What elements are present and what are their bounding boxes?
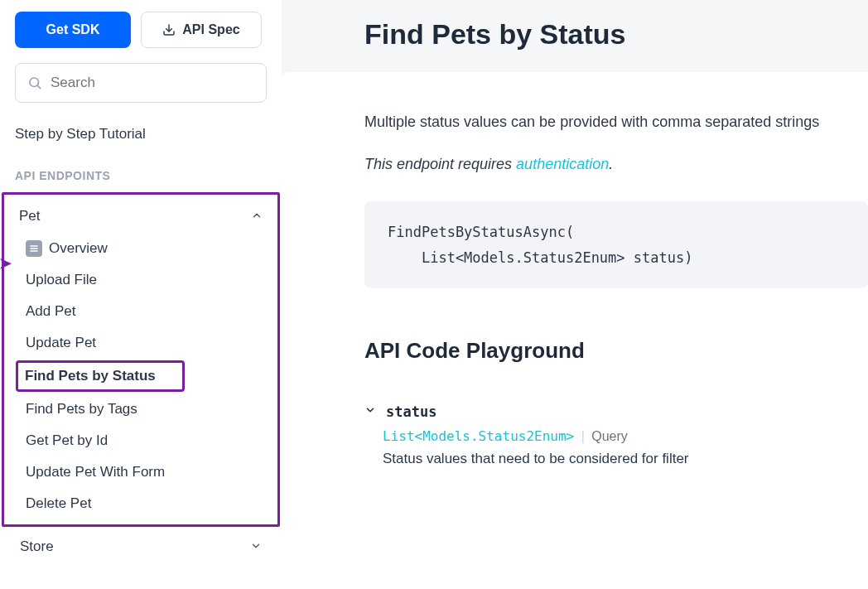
document-icon — [26, 240, 42, 257]
category-label: Store — [20, 538, 54, 555]
sidebar-item-update-pet[interactable]: Update Pet — [17, 327, 268, 359]
param-block: status List<Models.Status2Enum> | Query … — [364, 403, 868, 467]
auth-suffix: . — [609, 156, 613, 172]
category-store[interactable]: Store — [15, 530, 267, 555]
authentication-link[interactable]: authentication — [516, 156, 609, 172]
category-pet[interactable]: Pet — [14, 200, 268, 233]
sidebar-item-label: Update Pet — [26, 335, 96, 351]
get-sdk-button[interactable]: Get SDK — [15, 12, 131, 48]
separator: | — [581, 429, 585, 443]
sidebar-item-label: Find Pets by Status — [25, 368, 156, 384]
sidebar-item-label: Add Pet — [26, 303, 76, 320]
api-spec-button[interactable]: API Spec — [141, 12, 262, 48]
category-label: Pet — [19, 208, 41, 224]
sidebar-item-find-pets-by-tags[interactable]: Find Pets by Tags — [17, 393, 268, 425]
pointer-arrow-icon: ➤ — [0, 254, 12, 273]
chevron-down-icon — [250, 540, 262, 554]
main-content: Find Pets by Status Multiple status valu… — [282, 0, 868, 589]
param-header[interactable]: status — [364, 403, 868, 420]
param-description: Status values that need to be considered… — [383, 451, 868, 467]
sidebar: Get SDK API Spec Step by Step Tutorial A… — [0, 0, 282, 589]
sidebar-item-label: Overview — [49, 240, 108, 257]
section-label: API ENDPOINTS — [15, 169, 267, 182]
svg-line-2 — [37, 85, 40, 88]
search-input[interactable] — [51, 75, 254, 91]
code-sample: FindPetsByStatusAsync( List<Models.Statu… — [364, 201, 868, 288]
sidebar-item-label: Delete Pet — [26, 495, 91, 512]
pet-category-box: ➤ Pet Overview Upload File Add Pet Updat… — [2, 192, 280, 527]
auth-note: This endpoint requires authentication. — [364, 156, 868, 173]
search-box[interactable] — [15, 63, 267, 103]
sidebar-item-update-pet-with-form[interactable]: Update Pet With Form — [17, 456, 268, 488]
auth-prefix: This endpoint requires — [364, 156, 516, 172]
param-meta: List<Models.Status2Enum> | Query — [364, 428, 868, 444]
sidebar-item-delete-pet[interactable]: Delete Pet — [17, 488, 268, 519]
page-title: Find Pets by Status — [282, 18, 868, 51]
api-spec-label: API Spec — [182, 22, 239, 37]
tutorial-link[interactable]: Step by Step Tutorial — [15, 126, 267, 142]
pet-nav-list: Overview Upload File Add Pet Update Pet … — [14, 233, 268, 519]
sidebar-item-label: Upload File — [26, 272, 97, 288]
playground-heading: API Code Playground — [364, 338, 868, 364]
download-icon — [162, 23, 176, 36]
sidebar-item-add-pet[interactable]: Add Pet — [17, 296, 268, 327]
content-card: Multiple status values can be provided w… — [282, 72, 868, 589]
sidebar-item-label: Find Pets by Tags — [26, 401, 137, 418]
endpoint-description: Multiple status values can be provided w… — [364, 113, 868, 131]
sidebar-item-find-pets-by-status[interactable]: Find Pets by Status — [16, 360, 185, 392]
sidebar-item-label: Update Pet With Form — [26, 464, 165, 480]
sidebar-item-overview[interactable]: Overview — [17, 233, 268, 264]
top-button-row: Get SDK API Spec — [15, 12, 267, 48]
sidebar-item-label: Get Pet by Id — [26, 432, 108, 449]
chevron-up-icon — [251, 210, 263, 224]
param-type[interactable]: List<Models.Status2Enum> — [383, 428, 574, 444]
sidebar-item-upload-file[interactable]: Upload File — [17, 264, 268, 296]
sidebar-item-get-pet-by-id[interactable]: Get Pet by Id — [17, 425, 268, 456]
chevron-down-icon — [364, 404, 376, 419]
param-name: status — [386, 403, 436, 420]
search-icon — [27, 75, 42, 90]
param-location: Query — [591, 429, 628, 443]
